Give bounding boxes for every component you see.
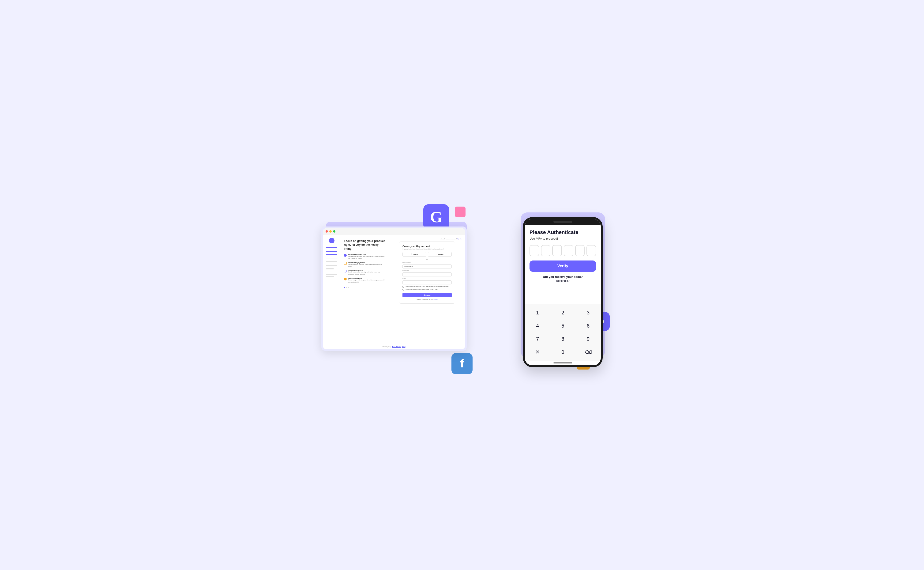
sidebar-nav-item-7[interactable] (326, 274, 337, 275)
otp-box-2[interactable] (541, 245, 551, 256)
clock-icon (344, 254, 347, 257)
titlebar-dot-green[interactable] (333, 230, 335, 233)
desktop-mockup: Focus on getting your product right, let… (321, 227, 467, 351)
checkbox-updates-label: I would like to be informed about critic… (405, 286, 448, 288)
scene: G + (321, 203, 603, 367)
email-input[interactable] (402, 265, 452, 268)
sidebar-nav-item-3[interactable] (326, 254, 337, 255)
keypad: 1 2 3 4 5 6 7 8 9 ✕ 0 ⌫ (525, 304, 601, 361)
key-2[interactable]: 2 (550, 306, 575, 319)
sidebar-nav-item-4[interactable] (326, 261, 337, 262)
sidebar-nav-item-8[interactable] (326, 276, 334, 277)
keypad-row-1: 1 2 3 (525, 306, 601, 319)
social-buttons-row: ⊙ GitHub G Google (402, 252, 452, 256)
feature-engagement-text: Increase engagement Add intuitive UIs de… (348, 262, 386, 267)
google-brand-icon: G (423, 204, 449, 230)
google-button[interactable]: G Google (428, 252, 452, 256)
phone-mockup: Please Authenticate Use MFA to proceed! … (523, 217, 603, 367)
otp-box-4[interactable] (564, 245, 573, 256)
feature-brand: Match your brand Theme our pre-built com… (344, 277, 386, 283)
signin-bottom-text: Already have an account? Sign in (402, 299, 452, 300)
code-question-text: Did you receive your code? (529, 275, 596, 279)
sidebar-nav-item-1[interactable] (326, 247, 337, 248)
sidebar-nav-item-2[interactable] (326, 251, 337, 252)
feature-engagement: Increase engagement Add intuitive UIs de… (344, 262, 386, 267)
signin-bottom-link[interactable]: Sign in (433, 299, 438, 300)
resend-link[interactable]: Resend it? (529, 279, 596, 282)
password-input[interactable] (402, 273, 452, 276)
google-small-icon: G (436, 253, 438, 255)
signup-button[interactable]: Sign up (402, 293, 452, 297)
sidebar (323, 235, 340, 349)
checkbox-tos[interactable] (402, 289, 404, 291)
email-field-group: Email address (402, 262, 452, 268)
privacy-link[interactable]: Privacy (402, 346, 406, 348)
name-field-group: Name (402, 278, 452, 284)
otp-box-1[interactable] (529, 245, 539, 256)
desktop-titlebar (323, 228, 465, 235)
sidebar-nav-item-5[interactable] (326, 265, 337, 266)
right-panel: Already have an account? Sign in Create … (389, 235, 465, 349)
github-button[interactable]: ⊙ GitHub (402, 252, 426, 256)
key-1[interactable]: 1 (525, 306, 550, 319)
sidebar-logo (329, 238, 335, 244)
keypad-row-2: 4 5 6 (525, 319, 601, 332)
name-label: Name (402, 278, 452, 279)
key-5[interactable]: 5 (550, 319, 575, 332)
checkbox-tos-label: I have read Ory's Terms of Service and P… (405, 289, 438, 291)
name-input[interactable] (402, 280, 452, 284)
mfa-title: Please Authenticate (529, 229, 596, 235)
left-panel: Focus on getting your product right, let… (340, 235, 389, 349)
feature-protect-text: Protect your users Enable features like … (348, 270, 386, 275)
otp-box-3[interactable] (552, 245, 562, 256)
email-label: Email address (402, 262, 452, 263)
feature-save-time: Save development time Add authentication… (344, 254, 386, 259)
key-clear[interactable]: ✕ (525, 346, 550, 359)
github-icon: ⊙ (411, 253, 412, 255)
terms-link[interactable]: Terms of Service (392, 346, 401, 348)
phone-home-bar (525, 361, 601, 365)
main-area: Focus on getting your product right, let… (340, 235, 465, 349)
key-0[interactable]: 0 (550, 346, 575, 359)
key-backspace[interactable]: ⌫ (575, 346, 601, 359)
checkbox-updates[interactable] (402, 286, 404, 288)
pink-deco-shape (455, 207, 465, 217)
shield-icon (344, 270, 347, 273)
key-8[interactable]: 8 (550, 332, 575, 346)
carousel-dot-1[interactable] (344, 287, 345, 288)
facebook-badge-icon: f (451, 353, 473, 374)
password-field-group: Password (402, 270, 452, 276)
key-6[interactable]: 6 (575, 319, 601, 332)
checkbox-tos-row: I have read Ory's Terms of Service and P… (402, 289, 452, 291)
password-label: Password (402, 270, 452, 271)
carousel-dot-3[interactable] (348, 287, 349, 288)
key-7[interactable]: 7 (525, 332, 550, 346)
home-bar-indicator (554, 363, 572, 363)
key-4[interactable]: 4 (525, 319, 550, 332)
carousel-nav (344, 287, 386, 288)
star-icon (344, 262, 347, 265)
desktop-inner: Focus on getting your product right, let… (323, 228, 465, 349)
sidebar-nav-item-6[interactable] (326, 268, 334, 270)
form-subtitle: Ory cloud is the best place to run Ory, … (402, 248, 452, 250)
signup-form-card: Create your Ory account Ory cloud is the… (399, 242, 455, 303)
verify-button[interactable]: Verify (529, 260, 596, 272)
or-divider: or (402, 258, 452, 260)
keypad-row-4: ✕ 0 ⌫ (525, 346, 601, 359)
feature-save-time-text: Save development time Add authentication… (348, 254, 386, 259)
brand-icon (344, 277, 347, 280)
titlebar-dot-red[interactable] (326, 230, 328, 233)
otp-box-5[interactable] (575, 245, 585, 256)
sign-in-top-link[interactable]: Sign in (457, 238, 462, 240)
key-9[interactable]: 9 (575, 332, 601, 346)
checkbox-updates-row: I would like to be informed about critic… (402, 286, 452, 288)
carousel-dot-2[interactable] (346, 287, 347, 288)
otp-box-6[interactable] (586, 245, 596, 256)
left-panel-heading: Focus on getting your product right, let… (344, 239, 386, 251)
titlebar-dot-yellow[interactable] (329, 230, 332, 233)
desktop-content: Focus on getting your product right, let… (323, 235, 465, 349)
feature-brand-text: Match your brand Theme our pre-built com… (348, 277, 386, 283)
keypad-row-3: 7 8 9 (525, 332, 601, 346)
feature-protect: Protect your users Enable features like … (344, 270, 386, 275)
key-3[interactable]: 3 (575, 306, 601, 319)
